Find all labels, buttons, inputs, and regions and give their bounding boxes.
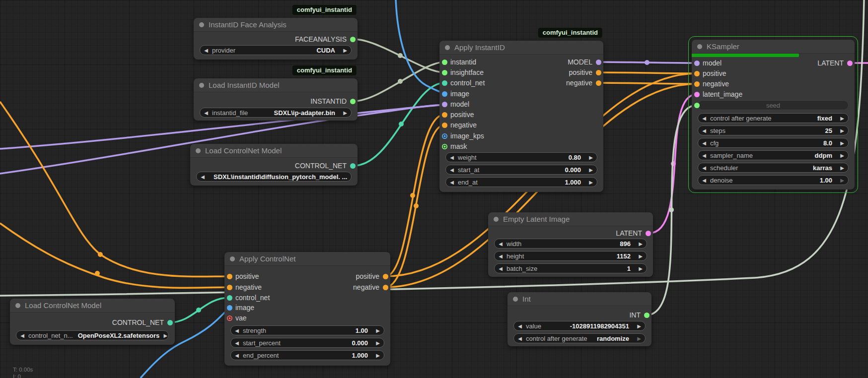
- widget-increment-icon[interactable]: ▶: [836, 178, 848, 183]
- node-title-bar[interactable]: Empty Latent Image: [488, 212, 653, 226]
- node-ksampler[interactable]: KSamplermodelpositivenegativelatent_imag…: [692, 40, 855, 189]
- output-port-LATENT-icon[interactable]: [847, 61, 853, 66]
- widget-decrement-icon[interactable]: ◀: [446, 155, 458, 160]
- widget-increment-icon[interactable]: ▶: [347, 174, 352, 180]
- input-port-latent_image-icon[interactable]: [694, 92, 700, 97]
- node-title-bar[interactable]: Int: [507, 292, 651, 306]
- input-port-image-icon[interactable]: [227, 305, 232, 311]
- output-port-CONTROL_NET-icon[interactable]: [350, 163, 356, 169]
- input-port-negative-icon[interactable]: [227, 285, 232, 290]
- widget-increment-icon[interactable]: ▶: [633, 323, 645, 329]
- node-instantid-face-analysis[interactable]: InstantID Face AnalysisFACEANALYSIS◀prov…: [194, 18, 358, 60]
- node-title-bar[interactable]: Load InstantID Model: [194, 78, 358, 92]
- widget-increment-icon[interactable]: ▶: [836, 153, 848, 158]
- widget-increment-icon[interactable]: ▶: [633, 336, 645, 341]
- widget-batch_size[interactable]: ◀batch_size1▶: [494, 263, 647, 273]
- input-port-seed-icon[interactable]: [694, 103, 700, 108]
- widget-decrement-icon[interactable]: ◀: [698, 165, 710, 171]
- widget-increment-icon[interactable]: ▶: [339, 110, 351, 116]
- node-load-controlnet-model-instantid[interactable]: Load ControlNet ModelCONTROL_NET◀SDXL\in…: [190, 144, 358, 186]
- widget-control-after-generate[interactable]: ◀control after generatefixed▶: [698, 113, 849, 123]
- widget-decrement-icon[interactable]: ◀: [698, 178, 710, 183]
- input-port-control_net-icon[interactable]: [227, 295, 232, 301]
- widget-control-after-generate[interactable]: ◀control after generaterandomize▶: [513, 333, 646, 343]
- widget-decrement-icon[interactable]: ◀: [698, 128, 710, 133]
- widget-increment-icon[interactable]: ▶: [159, 333, 169, 338]
- widget-value[interactable]: ◀SDXL\instantid\diffusion_pytorch_model.…: [196, 172, 352, 182]
- widget-cfg[interactable]: ◀cfg8.0▶: [698, 138, 849, 148]
- input-port-mask-icon[interactable]: [442, 144, 447, 149]
- node-apply-instantid[interactable]: Apply InstantIDinstantidinsightfacecontr…: [439, 41, 603, 192]
- node-title-bar[interactable]: Apply InstantID: [439, 41, 603, 55]
- widget-seed[interactable]: seed: [698, 100, 849, 110]
- widget-increment-icon[interactable]: ▶: [372, 328, 384, 333]
- widget-instantid_file[interactable]: ◀instantid_fileSDXL\ip-adapter.bin▶: [200, 108, 352, 118]
- output-port-MODEL-icon[interactable]: [596, 60, 601, 65]
- widget-decrement-icon[interactable]: ◀: [495, 241, 506, 247]
- widget-decrement-icon[interactable]: ◀: [231, 353, 243, 358]
- output-port-negative-icon[interactable]: [596, 80, 601, 86]
- widget-increment-icon[interactable]: ▶: [836, 140, 848, 146]
- node-title-bar[interactable]: Load ControlNet Model: [10, 299, 175, 313]
- input-port-instantid-icon[interactable]: [442, 60, 447, 65]
- widget-increment-icon[interactable]: ▶: [585, 155, 597, 160]
- input-port-model-icon[interactable]: [694, 61, 700, 66]
- widget-increment-icon[interactable]: ▶: [836, 116, 848, 121]
- input-port-control_net-icon[interactable]: [442, 80, 447, 86]
- widget-decrement-icon[interactable]: ◀: [495, 266, 506, 271]
- widget-decrement-icon[interactable]: ◀: [514, 323, 526, 329]
- widget-height[interactable]: ◀height1152▶: [494, 251, 647, 261]
- output-port-INT-icon[interactable]: [644, 313, 650, 318]
- node-load-instantid-model[interactable]: Load InstantID ModelINSTANTID◀instantid_…: [194, 78, 358, 121]
- widget-decrement-icon[interactable]: ◀: [446, 180, 458, 185]
- node-graph-canvas[interactable]: T: 0.00s I: 0 InstantID Face AnalysisFAC…: [0, 0, 868, 378]
- widget-start_percent[interactable]: ◀start_percent0.000▶: [230, 338, 384, 348]
- input-port-positive-icon[interactable]: [227, 274, 232, 279]
- input-port-negative-icon[interactable]: [442, 123, 447, 128]
- input-port-positive-icon[interactable]: [694, 71, 700, 76]
- widget-decrement-icon[interactable]: ◀: [16, 333, 28, 338]
- widget-decrement-icon[interactable]: ◀: [698, 116, 710, 121]
- output-port-negative-icon[interactable]: [383, 285, 388, 290]
- node-load-controlnet-model-openpose[interactable]: Load ControlNet ModelCONTROL_NET◀control…: [10, 299, 175, 345]
- input-port-insightface-icon[interactable]: [442, 70, 447, 75]
- input-port-negative-icon[interactable]: [694, 81, 700, 87]
- input-port-image_kps-icon[interactable]: [442, 133, 447, 139]
- output-port-CONTROL_NET-icon[interactable]: [167, 320, 173, 325]
- node-title-bar[interactable]: KSampler: [692, 40, 855, 54]
- widget-decrement-icon[interactable]: ◀: [231, 328, 243, 333]
- node-title-bar[interactable]: Load ControlNet Model: [190, 144, 358, 158]
- wire-positive-in[interactable]: [0, 102, 229, 277]
- widget-increment-icon[interactable]: ▶: [635, 253, 647, 259]
- widget-increment-icon[interactable]: ▶: [372, 353, 384, 358]
- widget-increment-icon[interactable]: ▶: [635, 241, 647, 247]
- widget-increment-icon[interactable]: ▶: [635, 266, 647, 271]
- widget-sampler_name[interactable]: ◀sampler_nameddpm▶: [698, 150, 849, 160]
- node-title-bar[interactable]: Apply ControlNet: [224, 252, 390, 266]
- node-empty-latent-image[interactable]: Empty Latent ImageLATENT◀width896▶◀heigh…: [488, 212, 653, 277]
- wire-instantid-neg-out[interactable]: [598, 83, 697, 84]
- widget-decrement-icon[interactable]: ◀: [698, 153, 710, 158]
- widget-decrement-icon[interactable]: ◀: [200, 48, 212, 53]
- widget-increment-icon[interactable]: ▶: [585, 167, 597, 173]
- widget-provider[interactable]: ◀providerCUDA▶: [200, 45, 352, 55]
- node-title-bar[interactable]: InstantID Face Analysis: [194, 18, 358, 32]
- widget-width[interactable]: ◀width896▶: [494, 239, 647, 249]
- widget-end_at[interactable]: ◀end_at1.000▶: [445, 177, 597, 187]
- output-port-LATENT-icon[interactable]: [646, 231, 651, 236]
- widget-decrement-icon[interactable]: ◀: [514, 336, 526, 341]
- input-port-image-icon[interactable]: [442, 91, 447, 97]
- input-port-model-icon[interactable]: [442, 102, 447, 107]
- input-port-vae-icon[interactable]: [227, 315, 232, 321]
- widget-decrement-icon[interactable]: ◀: [231, 340, 243, 346]
- widget-decrement-icon[interactable]: ◀: [495, 253, 506, 259]
- widget-end_percent[interactable]: ◀end_percent1.000▶: [230, 350, 384, 360]
- widget-control_net_n-[interactable]: ◀control_net_n...OpenPoseXL2.safetensors…: [16, 330, 169, 340]
- widget-decrement-icon[interactable]: ◀: [698, 140, 710, 146]
- node-int[interactable]: IntINT◀value-1028911982904351▶◀control a…: [507, 292, 651, 346]
- widget-denoise[interactable]: ◀denoise1.00▶: [698, 175, 849, 185]
- widget-increment-icon[interactable]: ▶: [339, 48, 351, 53]
- widget-steps[interactable]: ◀steps25▶: [698, 126, 849, 135]
- widget-increment-icon[interactable]: ▶: [836, 165, 848, 171]
- output-port-positive-icon[interactable]: [596, 70, 601, 75]
